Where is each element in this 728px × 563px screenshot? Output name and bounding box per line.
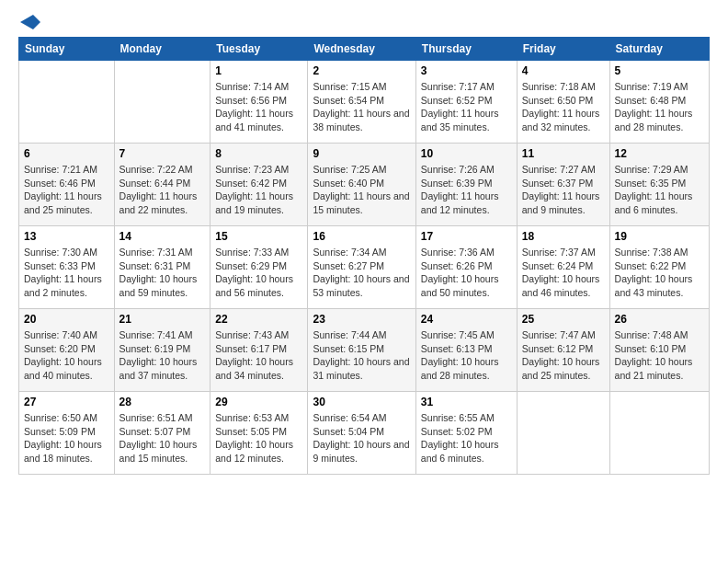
day-number: 22 <box>215 313 302 326</box>
day-info: Sunrise: 7:14 AM Sunset: 6:56 PM Dayligh… <box>215 80 302 134</box>
calendar-header: SundayMondayTuesdayWednesdayThursdayFrid… <box>19 38 710 61</box>
calendar-cell: 29Sunrise: 6:53 AM Sunset: 5:05 PM Dayli… <box>210 392 308 475</box>
calendar-cell: 17Sunrise: 7:36 AM Sunset: 6:26 PM Dayli… <box>415 226 517 309</box>
day-info: Sunrise: 7:18 AM Sunset: 6:50 PM Dayligh… <box>522 80 605 134</box>
day-info: Sunrise: 7:47 AM Sunset: 6:12 PM Dayligh… <box>522 328 605 383</box>
calendar-cell: 7Sunrise: 7:22 AM Sunset: 6:44 PM Daylig… <box>114 144 210 226</box>
day-number: 24 <box>421 313 512 326</box>
calendar-cell: 8Sunrise: 7:23 AM Sunset: 6:42 PM Daylig… <box>210 144 308 226</box>
week-row-4: 20Sunrise: 7:40 AM Sunset: 6:20 PM Dayli… <box>19 309 710 392</box>
day-number: 31 <box>421 396 512 408</box>
day-number: 12 <box>615 147 704 160</box>
day-number: 8 <box>215 147 302 160</box>
calendar-cell: 16Sunrise: 7:34 AM Sunset: 6:27 PM Dayli… <box>308 226 415 309</box>
day-info: Sunrise: 7:41 AM Sunset: 6:19 PM Dayligh… <box>119 328 206 383</box>
calendar-cell: 20Sunrise: 7:40 AM Sunset: 6:20 PM Dayli… <box>19 309 115 392</box>
day-number: 18 <box>522 230 605 243</box>
calendar-cell: 18Sunrise: 7:37 AM Sunset: 6:24 PM Dayli… <box>517 226 609 309</box>
header-cell-sunday: Sunday <box>19 38 115 61</box>
day-info: Sunrise: 7:36 AM Sunset: 6:26 PM Dayligh… <box>421 246 512 300</box>
header-cell-thursday: Thursday <box>415 38 517 61</box>
day-number: 20 <box>24 313 109 326</box>
day-info: Sunrise: 7:30 AM Sunset: 6:33 PM Dayligh… <box>24 246 109 300</box>
day-info: Sunrise: 7:23 AM Sunset: 6:42 PM Dayligh… <box>215 163 302 217</box>
calendar-cell: 6Sunrise: 7:21 AM Sunset: 6:46 PM Daylig… <box>19 144 115 226</box>
day-number: 30 <box>313 396 410 408</box>
calendar-cell: 19Sunrise: 7:38 AM Sunset: 6:22 PM Dayli… <box>609 226 709 309</box>
calendar-cell <box>114 61 210 144</box>
day-info: Sunrise: 7:26 AM Sunset: 6:39 PM Dayligh… <box>421 163 512 217</box>
day-number: 16 <box>313 230 410 243</box>
day-number: 13 <box>24 230 109 243</box>
day-number: 10 <box>421 147 512 160</box>
day-info: Sunrise: 7:15 AM Sunset: 6:54 PM Dayligh… <box>313 80 410 134</box>
day-info: Sunrise: 7:38 AM Sunset: 6:22 PM Dayligh… <box>615 246 704 300</box>
day-number: 14 <box>119 230 206 243</box>
calendar-cell: 30Sunrise: 6:54 AM Sunset: 5:04 PM Dayli… <box>308 392 415 475</box>
calendar-cell: 10Sunrise: 7:26 AM Sunset: 6:39 PM Dayli… <box>415 144 517 226</box>
day-number: 23 <box>313 313 410 326</box>
day-number: 17 <box>421 230 512 243</box>
day-number: 19 <box>615 230 704 243</box>
calendar-cell: 28Sunrise: 6:51 AM Sunset: 5:07 PM Dayli… <box>114 392 210 475</box>
calendar-cell: 2Sunrise: 7:15 AM Sunset: 6:54 PM Daylig… <box>308 61 415 144</box>
day-info: Sunrise: 7:44 AM Sunset: 6:15 PM Dayligh… <box>313 328 410 383</box>
day-info: Sunrise: 7:45 AM Sunset: 6:13 PM Dayligh… <box>421 328 512 383</box>
logo-bird-icon <box>20 15 40 29</box>
day-info: Sunrise: 7:40 AM Sunset: 6:20 PM Dayligh… <box>24 328 109 383</box>
day-info: Sunrise: 7:21 AM Sunset: 6:46 PM Dayligh… <box>24 163 109 217</box>
week-row-5: 27Sunrise: 6:50 AM Sunset: 5:09 PM Dayli… <box>19 392 710 475</box>
calendar-cell <box>609 392 709 475</box>
header <box>18 15 710 26</box>
header-cell-saturday: Saturday <box>609 38 709 61</box>
calendar-cell: 22Sunrise: 7:43 AM Sunset: 6:17 PM Dayli… <box>210 309 308 392</box>
week-row-1: 1Sunrise: 7:14 AM Sunset: 6:56 PM Daylig… <box>19 61 710 144</box>
day-number: 26 <box>615 313 704 326</box>
day-number: 9 <box>313 147 410 160</box>
day-number: 2 <box>313 64 410 77</box>
day-number: 15 <box>215 230 302 243</box>
day-info: Sunrise: 6:54 AM Sunset: 5:04 PM Dayligh… <box>313 411 410 465</box>
day-info: Sunrise: 7:34 AM Sunset: 6:27 PM Dayligh… <box>313 246 410 300</box>
week-row-3: 13Sunrise: 7:30 AM Sunset: 6:33 PM Dayli… <box>19 226 710 309</box>
calendar-cell: 9Sunrise: 7:25 AM Sunset: 6:40 PM Daylig… <box>308 144 415 226</box>
week-row-2: 6Sunrise: 7:21 AM Sunset: 6:46 PM Daylig… <box>19 144 710 226</box>
day-number: 29 <box>215 396 302 408</box>
day-number: 4 <box>522 64 605 77</box>
calendar-table: SundayMondayTuesdayWednesdayThursdayFrid… <box>18 37 710 475</box>
day-info: Sunrise: 7:19 AM Sunset: 6:48 PM Dayligh… <box>615 80 704 134</box>
day-info: Sunrise: 7:31 AM Sunset: 6:31 PM Dayligh… <box>119 246 206 300</box>
calendar-cell: 12Sunrise: 7:29 AM Sunset: 6:35 PM Dayli… <box>609 144 709 226</box>
day-info: Sunrise: 7:17 AM Sunset: 6:52 PM Dayligh… <box>421 80 512 134</box>
day-info: Sunrise: 7:27 AM Sunset: 6:37 PM Dayligh… <box>522 163 605 217</box>
day-number: 3 <box>421 64 512 77</box>
calendar-cell: 5Sunrise: 7:19 AM Sunset: 6:48 PM Daylig… <box>609 61 709 144</box>
calendar-cell: 23Sunrise: 7:44 AM Sunset: 6:15 PM Dayli… <box>308 309 415 392</box>
day-info: Sunrise: 7:25 AM Sunset: 6:40 PM Dayligh… <box>313 163 410 217</box>
calendar-cell: 27Sunrise: 6:50 AM Sunset: 5:09 PM Dayli… <box>19 392 115 475</box>
day-info: Sunrise: 7:37 AM Sunset: 6:24 PM Dayligh… <box>522 246 605 300</box>
calendar-cell <box>19 61 115 144</box>
calendar-cell: 25Sunrise: 7:47 AM Sunset: 6:12 PM Dayli… <box>517 309 609 392</box>
calendar-cell: 24Sunrise: 7:45 AM Sunset: 6:13 PM Dayli… <box>415 309 517 392</box>
calendar-cell: 3Sunrise: 7:17 AM Sunset: 6:52 PM Daylig… <box>415 61 517 144</box>
day-number: 21 <box>119 313 206 326</box>
day-info: Sunrise: 6:51 AM Sunset: 5:07 PM Dayligh… <box>119 411 206 465</box>
day-number: 6 <box>24 147 109 160</box>
day-info: Sunrise: 6:55 AM Sunset: 5:02 PM Dayligh… <box>421 411 512 465</box>
day-number: 1 <box>215 64 302 77</box>
day-number: 27 <box>24 396 109 408</box>
day-info: Sunrise: 7:48 AM Sunset: 6:10 PM Dayligh… <box>615 328 704 383</box>
calendar-cell <box>517 392 609 475</box>
calendar-cell: 15Sunrise: 7:33 AM Sunset: 6:29 PM Dayli… <box>210 226 308 309</box>
calendar-cell: 13Sunrise: 7:30 AM Sunset: 6:33 PM Dayli… <box>19 226 115 309</box>
calendar-cell: 31Sunrise: 6:55 AM Sunset: 5:02 PM Dayli… <box>415 392 517 475</box>
day-info: Sunrise: 6:53 AM Sunset: 5:05 PM Dayligh… <box>215 411 302 465</box>
calendar-cell: 11Sunrise: 7:27 AM Sunset: 6:37 PM Dayli… <box>517 144 609 226</box>
calendar-cell: 1Sunrise: 7:14 AM Sunset: 6:56 PM Daylig… <box>210 61 308 144</box>
day-number: 7 <box>119 147 206 160</box>
header-cell-friday: Friday <box>517 38 609 61</box>
day-info: Sunrise: 7:43 AM Sunset: 6:17 PM Dayligh… <box>215 328 302 383</box>
svg-marker-0 <box>20 15 40 29</box>
header-cell-monday: Monday <box>114 38 210 61</box>
